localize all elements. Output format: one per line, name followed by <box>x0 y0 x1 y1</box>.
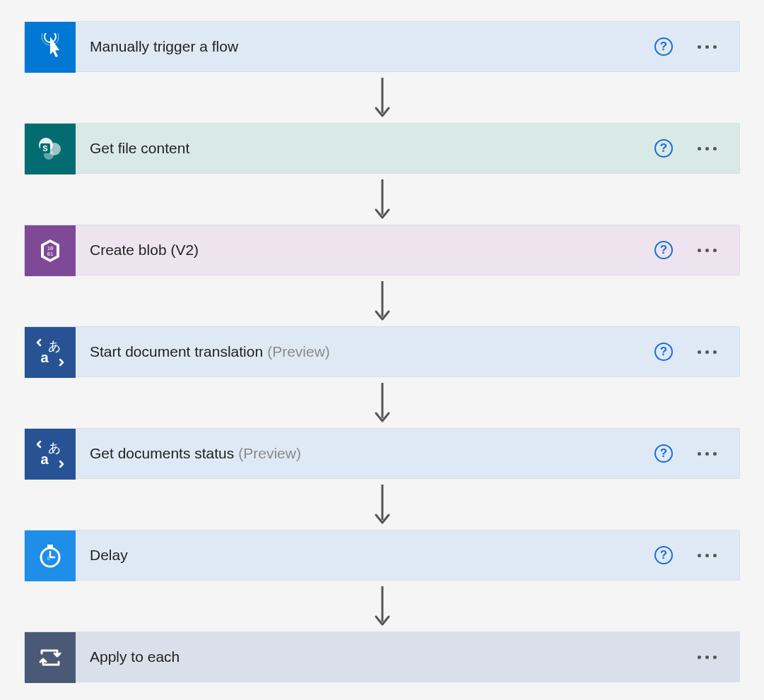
flow-step-manually-trigger-flow[interactable]: Manually trigger a flow? <box>24 21 740 72</box>
more-options-button[interactable] <box>693 554 721 557</box>
translate-icon <box>25 327 76 378</box>
step-body: Delay? <box>76 530 739 580</box>
step-body: Get documents status(Preview)? <box>76 429 739 478</box>
step-title: Get file content <box>90 140 189 157</box>
flow-canvas: Manually trigger a flow?Get file content… <box>0 0 764 700</box>
step-title: Get documents status <box>90 445 234 462</box>
more-options-button[interactable] <box>693 45 721 49</box>
step-actions: ? <box>646 241 739 259</box>
flow-step-get-documents-status[interactable]: Get documents status(Preview)? <box>24 428 740 479</box>
step-suffix: (Preview) <box>267 343 330 360</box>
pointer-icon <box>25 22 76 73</box>
step-body: Create blob (V2)? <box>76 225 739 275</box>
step-title: Manually trigger a flow <box>90 38 238 55</box>
help-icon[interactable]: ? <box>654 343 673 361</box>
step-suffix: (Preview) <box>238 445 301 462</box>
loop-icon <box>25 632 76 683</box>
more-options-button[interactable] <box>693 655 721 659</box>
step-title: Create blob (V2) <box>90 242 199 259</box>
step-actions: ? <box>684 655 739 659</box>
step-actions: ? <box>646 444 739 463</box>
help-icon[interactable]: ? <box>654 139 673 158</box>
more-options-button[interactable] <box>693 350 721 354</box>
help-icon[interactable]: ? <box>654 444 673 463</box>
stopwatch-icon <box>25 530 76 581</box>
step-title: Delay <box>90 547 128 564</box>
step-body: Start document translation(Preview)? <box>76 327 739 376</box>
arrow-down-icon[interactable] <box>24 174 740 225</box>
arrow-down-icon[interactable] <box>24 72 740 123</box>
more-options-button[interactable] <box>693 452 721 456</box>
step-actions: ? <box>646 546 739 564</box>
help-icon[interactable]: ? <box>654 37 673 56</box>
sharepoint-icon <box>25 124 76 174</box>
translate-icon <box>25 429 76 480</box>
arrow-down-icon[interactable] <box>24 377 740 428</box>
step-actions: ? <box>646 139 739 158</box>
step-title: Apply to each <box>90 648 180 665</box>
arrow-down-icon[interactable] <box>24 479 740 530</box>
arrow-down-icon[interactable] <box>24 275 740 326</box>
flow-step-create-blob-v2[interactable]: Create blob (V2)? <box>24 225 740 275</box>
step-actions: ? <box>646 343 739 361</box>
blob-icon <box>25 225 76 276</box>
flow-step-get-file-content[interactable]: Get file content? <box>24 123 740 174</box>
flow-step-start-document-translation[interactable]: Start document translation(Preview)? <box>24 326 740 377</box>
step-actions: ? <box>646 37 739 56</box>
flow-step-delay[interactable]: Delay? <box>24 530 740 581</box>
flow-step-apply-to-each[interactable]: Apply to each? <box>24 631 740 682</box>
more-options-button[interactable] <box>693 147 721 150</box>
step-body: Get file content? <box>76 124 739 173</box>
help-icon[interactable]: ? <box>654 546 673 564</box>
help-icon[interactable]: ? <box>654 241 673 259</box>
more-options-button[interactable] <box>693 249 721 252</box>
step-body: Manually trigger a flow? <box>76 22 739 71</box>
step-title: Start document translation <box>90 343 263 360</box>
arrow-down-icon[interactable] <box>24 581 740 631</box>
step-body: Apply to each? <box>76 632 739 682</box>
